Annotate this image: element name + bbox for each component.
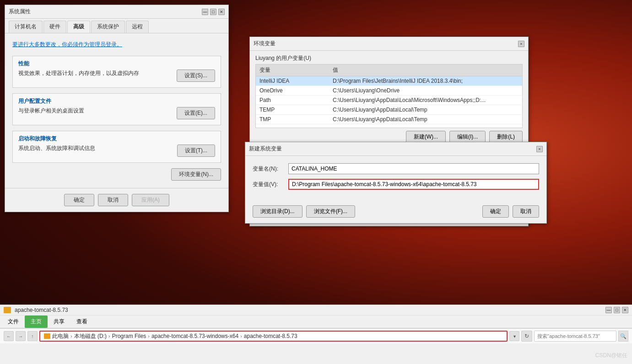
tab-share[interactable]: 共享 bbox=[48, 316, 70, 328]
tab-home[interactable]: 主页 bbox=[25, 316, 48, 328]
forward-button[interactable]: → bbox=[16, 331, 26, 341]
env-vars-button[interactable]: 环境变量(N)... bbox=[171, 168, 221, 181]
sys-props-content: 要进行大多数更改，你必须作为管理员登录。 性能 设置(S)... 视觉效果，处理… bbox=[5, 33, 228, 188]
address-path-box[interactable]: 此电脑 › 本地磁盘 (D:) › Program Files › apache… bbox=[39, 331, 508, 342]
path-part-tomcat-version: apache-tomcat-8.5.73 bbox=[244, 333, 297, 339]
file-explorer: apache-tomcat-8.5.73 — □ ✕ 文件 主页 共享 查看 ←… bbox=[0, 305, 632, 364]
user-var-row[interactable]: TMP C:\Users\Liuyang\AppData\Local\Temp bbox=[256, 115, 522, 124]
user-var-row[interactable]: IntelliJ IDEA D:\Program Files\JetBrains… bbox=[256, 76, 522, 86]
user-edit-button[interactable]: 编辑(I)... bbox=[449, 131, 486, 143]
sys-props-controls: — □ ✕ bbox=[202, 9, 225, 15]
user-delete-button[interactable]: 删除(L) bbox=[489, 131, 523, 143]
path-part-program-files: Program Files bbox=[112, 333, 146, 339]
tab-system-protection[interactable]: 系统保护 bbox=[91, 21, 125, 33]
path-folder-icon bbox=[44, 333, 50, 339]
new-var-controls: × bbox=[536, 146, 543, 152]
tab-hardware[interactable]: 硬件 bbox=[43, 21, 66, 33]
user-var-row[interactable]: Path C:\Users\Liuyang\AppData\Local\Micr… bbox=[256, 96, 522, 105]
startup-section: 启动和故障恢复 设置(T)... 系统启动、系统故障和调试信息 bbox=[12, 131, 221, 163]
new-var-content: 变量名(N): 变量值(V): bbox=[245, 156, 546, 202]
browse-file-button[interactable]: 浏览文件(F)... bbox=[306, 205, 355, 218]
user-vars-section-title: Liuyang 的用户变量(U) bbox=[250, 51, 528, 64]
tab-view[interactable]: 查看 bbox=[70, 316, 93, 328]
performance-settings-button[interactable]: 设置(S)... bbox=[177, 70, 215, 82]
address-bar: ← → ↑ 此电脑 › 本地磁盘 (D:) › Program Files › … bbox=[0, 328, 632, 343]
user-profile-label: 用户配置文件 bbox=[18, 97, 215, 105]
ribbon-tabs: 文件 主页 共享 查看 bbox=[0, 316, 632, 328]
csdn-watermark: CSDN@铭任 bbox=[595, 352, 627, 359]
apply-button[interactable]: 应用(A) bbox=[132, 194, 169, 206]
user-var-row[interactable]: OneDrive C:\Users\Liuyang\OneDrive bbox=[256, 86, 522, 96]
new-var-title: 新建系统变量 bbox=[249, 145, 282, 153]
user-new-button[interactable]: 新建(W)... bbox=[406, 131, 446, 143]
path-dropdown-button[interactable]: ▾ bbox=[509, 331, 519, 341]
file-explorer-window-controls: — □ ✕ bbox=[605, 307, 628, 313]
new-system-var-dialog: 新建系统变量 × 变量名(N): 变量值(V): 浏览目录(D)... 浏览文件… bbox=[245, 142, 547, 224]
user-profile-section: 用户配置文件 设置(E)... 与登录帐户相关的桌面设置 bbox=[12, 93, 221, 125]
performance-section: 性能 设置(S)... 视觉效果，处理器计划，内存使用，以及虚拟内存 bbox=[12, 56, 221, 88]
maximize-button[interactable]: □ bbox=[210, 9, 216, 15]
var-value-label: 变量值(V): bbox=[253, 181, 285, 188]
env-vars-controls: × bbox=[518, 41, 524, 47]
env-vars-title: 环境变量 bbox=[254, 40, 275, 48]
folder-icon bbox=[4, 307, 11, 313]
refresh-button[interactable]: ↻ bbox=[521, 331, 532, 342]
startup-settings-button[interactable]: 设置(T)... bbox=[177, 145, 215, 157]
var-name-row: 变量名(N): bbox=[253, 163, 539, 174]
sys-props-footer: 确定 取消 应用(A) bbox=[5, 188, 228, 212]
search-input[interactable] bbox=[534, 331, 616, 342]
minimize-button[interactable]: — bbox=[202, 9, 208, 15]
sys-props-title: 系统属性 bbox=[9, 8, 31, 16]
env-vars-close-button[interactable]: × bbox=[518, 41, 524, 47]
new-var-titlebar: 新建系统变量 × bbox=[245, 142, 546, 156]
browse-dir-button[interactable]: 浏览目录(D)... bbox=[253, 205, 302, 218]
new-var-cancel-button[interactable]: 取消 bbox=[513, 205, 539, 218]
user-vars-table: 变量 值 IntelliJ IDEA D:\Program Files\JetB… bbox=[255, 64, 523, 128]
var-value-input[interactable] bbox=[288, 179, 539, 190]
file-explorer-titlebar: apache-tomcat-8.5.73 — □ ✕ bbox=[0, 305, 632, 316]
user-profile-settings-button[interactable]: 设置(E)... bbox=[177, 107, 215, 119]
ok-button[interactable]: 确定 bbox=[64, 194, 94, 206]
env-vars-row: 环境变量(N)... bbox=[12, 168, 221, 181]
file-explorer-title: apache-tomcat-8.5.73 bbox=[15, 307, 68, 313]
var-name-input[interactable] bbox=[288, 163, 539, 174]
fe-minimize-button[interactable]: — bbox=[605, 307, 612, 313]
var-name-label: 变量名(N): bbox=[253, 165, 285, 173]
tab-remote[interactable]: 远程 bbox=[126, 21, 149, 33]
env-vars-titlebar: 环境变量 × bbox=[250, 37, 528, 51]
tab-computer-name[interactable]: 计算机名 bbox=[9, 21, 43, 33]
admin-link[interactable]: 你必须作为管理员登录。 bbox=[62, 41, 122, 48]
user-vars-header: 变量 值 bbox=[256, 64, 522, 76]
new-var-ok-button[interactable]: 确定 bbox=[482, 205, 509, 218]
fe-close-button[interactable]: ✕ bbox=[622, 307, 628, 313]
warning-text: 要进行大多数更改，你必须作为管理员登录。 bbox=[12, 41, 221, 48]
new-var-footer: 浏览目录(D)... 浏览文件(F)... 确定 取消 bbox=[245, 202, 546, 223]
cancel-button[interactable]: 取消 bbox=[98, 194, 128, 206]
performance-label: 性能 bbox=[18, 60, 215, 68]
path-part-disk: 本地磁盘 (D:) bbox=[74, 332, 107, 340]
sys-props-tab-bar: 计算机名 硬件 高级 系统保护 远程 bbox=[5, 19, 228, 33]
fe-maximize-button[interactable]: □ bbox=[614, 307, 620, 313]
startup-label: 启动和故障恢复 bbox=[18, 135, 215, 143]
tab-advanced[interactable]: 高级 bbox=[67, 21, 90, 33]
path-part-pc: 此电脑 bbox=[52, 332, 69, 340]
close-button[interactable]: ✕ bbox=[218, 9, 225, 15]
var-value-row: 变量值(V): bbox=[253, 179, 539, 190]
sys-props-titlebar: 系统属性 — □ ✕ bbox=[5, 5, 228, 19]
up-button[interactable]: ↑ bbox=[27, 331, 38, 341]
tab-file[interactable]: 文件 bbox=[2, 316, 25, 328]
system-properties-window: 系统属性 — □ ✕ 计算机名 硬件 高级 系统保护 远程 要进行大多数更改，你… bbox=[5, 5, 229, 212]
new-var-close-button[interactable]: × bbox=[536, 146, 543, 152]
back-button[interactable]: ← bbox=[4, 331, 14, 341]
path-part-tomcat-folder: apache-tomcat-8.5.73-windows-x64 bbox=[151, 333, 238, 339]
user-var-row[interactable]: TEMP C:\Users\Liuyang\AppData\Local\Temp bbox=[256, 105, 522, 115]
search-button[interactable]: 🔍 bbox=[618, 331, 628, 342]
